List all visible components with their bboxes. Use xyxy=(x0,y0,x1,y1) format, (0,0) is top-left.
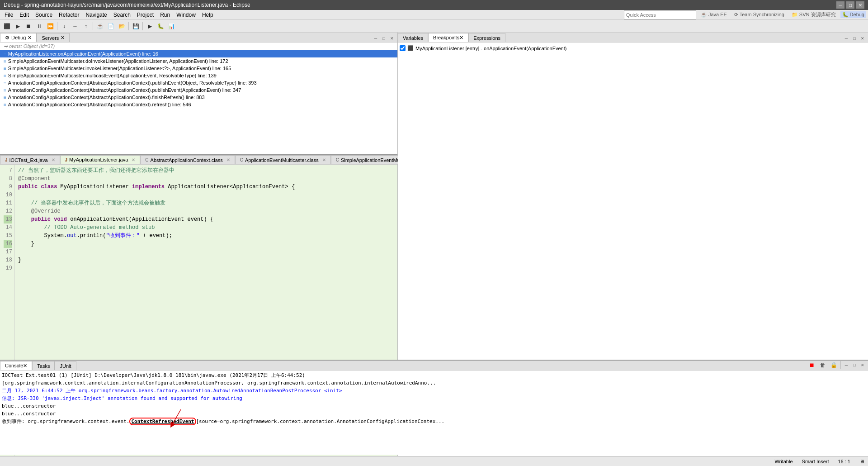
abstractcontext-label: AbstractApplicationContext.class xyxy=(151,157,223,163)
toolbar-save[interactable]: 💾 xyxy=(131,21,141,31)
tab-expressions[interactable]: Expressions xyxy=(468,33,505,42)
console-close[interactable]: ✕ xyxy=(23,363,27,369)
tasks-label: Tasks xyxy=(37,363,50,369)
mylistener-close[interactable]: ✕ xyxy=(132,157,135,162)
quick-access-input[interactable] xyxy=(624,10,696,19)
perspective-javaee[interactable]: ☕ Java EE xyxy=(698,11,730,19)
close-debug-btn[interactable]: ✕ xyxy=(388,35,396,42)
perspective-debug[interactable]: 🐛 Debug xyxy=(840,11,866,18)
right-minimize-btn[interactable]: ─ xyxy=(843,35,850,42)
close-button[interactable]: ✕ xyxy=(856,1,864,9)
stack-item-0[interactable]: ≡ MyApplicationListener.onApplicationEve… xyxy=(0,50,397,57)
menu-search[interactable]: Search xyxy=(111,11,133,19)
stack-text-0: MyApplicationListener.onApplicationEvent… xyxy=(8,51,158,57)
menu-file[interactable]: File xyxy=(2,11,16,19)
menu-run[interactable]: Run xyxy=(157,11,173,19)
debug-tab-close[interactable]: ✕ xyxy=(28,35,32,41)
toolbar-step-into[interactable]: ↓ xyxy=(59,21,69,31)
tab-ioctest[interactable]: J IOCTest_Ext.java ✕ xyxy=(0,155,60,164)
stack-item-4[interactable]: ≡ AnnotationConfigApplicationContext(Abs… xyxy=(0,79,397,86)
toolbar-btn-5[interactable]: ⏩ xyxy=(45,21,55,31)
toolbar-new-java[interactable]: ☕ xyxy=(95,21,105,31)
ln-14: 14 xyxy=(4,223,12,232)
console-minimize-btn[interactable]: ─ xyxy=(843,361,850,369)
tab-appmulticaster[interactable]: C ApplicationEventMulticaster.class ✕ xyxy=(235,155,331,164)
maximize-button[interactable]: □ xyxy=(846,1,854,9)
console-close-btn[interactable]: ✕ xyxy=(859,361,866,369)
tab-debug[interactable]: ⚙ Debug ✕ xyxy=(0,33,37,42)
toolbar: ⬛ ▶ ⏹ ⏸ ⏩ ↓ → ↑ ☕ 📄 📂 💾 ▶ 🐛 📊 xyxy=(0,20,868,33)
toolbar-new-class[interactable]: 📄 xyxy=(106,21,116,31)
console-tabs: Console ✕ Tasks JUnit ⏹ 🗑 🔒 ─ □ ✕ xyxy=(0,361,868,371)
minimize-debug-btn[interactable]: ─ xyxy=(372,35,379,42)
toolbar-btn-2[interactable]: ▶ xyxy=(13,21,23,31)
stack-icon-3: ≡ xyxy=(4,73,6,78)
toolbar-btn-3[interactable]: ⏹ xyxy=(24,21,33,31)
tab-abstractcontext[interactable]: C AbstractApplicationContext.class ✕ xyxy=(140,155,235,164)
tab-console[interactable]: Console ✕ xyxy=(0,361,32,370)
status-bar: Writable Smart Insert 16 : 1 🖥 xyxy=(0,456,868,466)
stack-item-5[interactable]: ≡ AnnotationConfigApplicationContext(Abs… xyxy=(0,86,397,94)
tab-breakpoints[interactable]: Breakpoints ✕ xyxy=(428,33,468,42)
status-position: 16 : 1 xyxy=(838,459,850,464)
perspective-svn[interactable]: 📁 SVN 资源库研究 xyxy=(789,10,839,19)
toolbar-step-return[interactable]: ↑ xyxy=(81,21,91,31)
stack-item-1[interactable]: ≡ SimpleApplicationEventMulticaster.doIn… xyxy=(0,57,397,65)
toolbar-open[interactable]: 📂 xyxy=(117,21,127,31)
tab-variables[interactable]: Variables xyxy=(398,33,428,42)
tab-mylistener[interactable]: J MyApplicationListener.java ✕ xyxy=(60,155,141,164)
editor-tabs: J IOCTest_Ext.java ✕ J MyApplicationList… xyxy=(0,155,397,165)
stack-item-7[interactable]: ≡ AnnotationConfigApplicationContext(Abs… xyxy=(0,101,397,108)
console-line-1: 二月 17, 2021 6:44:52 上午 org.springframewo… xyxy=(2,387,866,395)
right-maximize-btn[interactable]: □ xyxy=(851,35,858,42)
toolbar-run[interactable]: ▶ xyxy=(145,21,155,31)
toolbar-profile[interactable]: 📊 xyxy=(166,21,176,31)
menu-project[interactable]: Project xyxy=(134,11,156,19)
stack-item-2[interactable]: ≡ SimpleApplicationEventMulticaster.invo… xyxy=(0,65,397,72)
window-title: Debug - spring-annotation-liayun/src/mai… xyxy=(4,2,836,8)
console-scroll-lock-btn[interactable]: 🔒 xyxy=(829,360,839,370)
menu-window[interactable]: Window xyxy=(174,11,198,19)
toolbar-debug[interactable]: 🐛 xyxy=(156,21,165,31)
stack-item-6[interactable]: ≡ AnnotationConfigApplicationContext(Abs… xyxy=(0,94,397,101)
appmulticaster-close[interactable]: ✕ xyxy=(322,157,326,162)
appmulticaster-label: ApplicationEventMulticaster.class xyxy=(245,157,319,163)
tab-servers[interactable]: Servers ✕ xyxy=(37,33,70,42)
stack-text-2: SimpleApplicationEventMulticaster.invoke… xyxy=(8,66,231,71)
ln-15: 15 xyxy=(4,232,12,240)
menu-navigate[interactable]: Navigate xyxy=(83,11,109,19)
toolbar-sep-4 xyxy=(142,22,143,30)
menu-help[interactable]: Help xyxy=(199,11,216,19)
stack-icon-5: ≡ xyxy=(4,88,6,93)
tab-tasks[interactable]: Tasks xyxy=(32,361,55,370)
tab-junit[interactable]: JUnit xyxy=(55,361,76,370)
toolbar-btn-1[interactable]: ⬛ xyxy=(2,21,12,31)
toolbar-btn-4[interactable]: ⏸ xyxy=(34,21,44,31)
servers-tab-close[interactable]: ✕ xyxy=(61,35,65,41)
menu-source[interactable]: Source xyxy=(33,11,55,19)
stack-item-3[interactable]: ≡ SimpleApplicationEventMulticaster.mult… xyxy=(0,72,397,79)
breakpoint-checkbox-0[interactable] xyxy=(400,45,406,51)
abstractcontext-close[interactable]: ✕ xyxy=(226,157,230,162)
breakpoints-close[interactable]: ✕ xyxy=(459,35,463,41)
status-icon: 🖥 xyxy=(859,459,864,464)
right-close-btn[interactable]: ✕ xyxy=(859,35,866,42)
console-stop-btn[interactable]: ⏹ xyxy=(807,360,817,370)
ln-11: 11 xyxy=(4,199,12,207)
ln-16: 16 xyxy=(4,240,12,248)
ioctest-close[interactable]: ✕ xyxy=(52,157,55,162)
stack-icon-6: ≡ xyxy=(4,95,6,100)
stack-icon-2: ≡ xyxy=(4,66,6,71)
console-maximize-btn[interactable]: □ xyxy=(851,361,858,369)
menu-refactor[interactable]: Refactor xyxy=(56,11,82,19)
console-clear-btn[interactable]: 🗑 xyxy=(818,360,828,370)
minimize-button[interactable]: ─ xyxy=(836,1,844,9)
console-line-5: 收到事件: org.springframework.context.event.… xyxy=(2,418,866,425)
perspective-team[interactable]: ⟳ Team Synchronizing xyxy=(731,11,787,19)
menu-edit[interactable]: Edit xyxy=(17,11,32,19)
stack-owns-label: ➡ owns: Object (id=37) xyxy=(0,43,397,50)
ln-12: 12 xyxy=(4,207,12,215)
junit-label: JUnit xyxy=(60,363,71,369)
maximize-debug-btn[interactable]: □ xyxy=(380,35,387,42)
toolbar-step-over[interactable]: → xyxy=(70,21,80,31)
